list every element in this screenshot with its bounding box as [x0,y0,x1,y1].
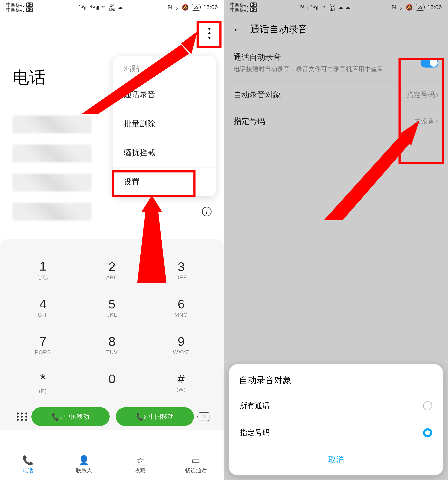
phone-icon: 📞 [135,412,144,421]
dial-key-star[interactable]: *(P) [8,364,77,401]
svg-marker-1 [81,45,189,114]
dial-key-1[interactable]: 1〇〇 [8,251,77,289]
wifi-icon: ᯤ [322,4,327,10]
dial-key-9[interactable]: 9WXYZ [147,326,216,364]
annotation-arrow-to-value [324,120,419,220]
tab-favorites[interactable]: ☆收藏 [112,449,168,480]
radio-checked-icon [423,428,432,438]
dial-key-5[interactable]: 5JKL [77,289,146,326]
setting-description: 电话接通时自动录音，录音文件可在录音机应用中查看 [234,65,416,73]
nfc-icon: ℕ [168,4,172,11]
info-icon[interactable]: i [202,207,211,216]
tab-meetime[interactable]: ▭畅连通话 [168,449,224,480]
call-log-row[interactable]: i [13,197,211,226]
back-button[interactable]: ← [232,23,243,35]
nfc-icon: ℕ [392,4,396,11]
contacts-icon: 👤 [78,455,90,466]
svg-marker-5 [324,134,410,220]
radio-unchecked-icon [423,401,432,410]
page-title: 通话自动录音 [250,23,308,36]
annotation-arrow-to-overflow [81,31,198,114]
signal-icon: 4Gıll [90,4,99,11]
dialpad-apps-icon[interactable] [17,412,28,421]
annotation-arrow-to-settings [125,195,179,282]
sim1-label: 中国移动 [64,412,89,421]
signal-icon: 4Gıll [310,4,319,11]
mute-icon: 🔕 [405,4,413,11]
sheet-option-all-calls[interactable]: 所有通话 [239,392,433,419]
wechat-icon: ☁ [346,4,350,10]
dial-key-hash[interactable]: #(W) [147,364,216,401]
bluetooth-icon: ᛒ [399,4,403,11]
record-target-bottom-sheet: 自动录音对象 所有通话 指定号码 取消 [229,364,443,475]
context-block-spam[interactable]: 骚扰拦截 [113,138,216,168]
dial-key-7[interactable]: 7PQRS [8,326,77,364]
star-icon: ☆ [136,455,144,466]
svg-marker-3 [137,210,166,282]
wechat-icon: ☁ [118,4,123,10]
mute-icon: 🔕 [181,4,189,11]
annotation-box-overflow [196,21,222,48]
video-icon: ▭ [192,455,200,466]
dial-key-8[interactable]: 8TUV [77,326,146,364]
phone-app-screen: 中国移动HD 中国移动HD 4Gıll 4Gıll ᯤ 24B/s ☁ ℕ ᛒ … [0,0,224,480]
tab-phone[interactable]: 📞电话 [0,449,56,480]
signal-icon: 4Gıll [299,4,308,11]
phone-icon: 📞 [22,455,34,466]
dialpad: 1〇〇 2ABC 3DEF 4GHI 5JKL 6MNO 7PQRS 8TUV … [0,239,224,430]
clock-text: 15:06 [203,4,218,11]
call-sim2-button[interactable]: 📞2 中国移动 [116,407,194,426]
sim2-label: 中国移动 [149,412,174,421]
bottom-nav: 📞电话 👤联系人 ☆收藏 ▭畅连通话 [0,449,224,480]
call-recording-settings-screen: 中国移动HD 中国移动HD 4Gıll 4Gıll ᯤ 53B/s ☁ ☁ ℕ … [224,0,448,480]
tab-contacts[interactable]: 👤联系人 [56,449,112,480]
status-bar-left: 中国移动HD 中国移动HD 4Gıll 4Gıll ᯤ 24B/s ☁ ℕ ᛒ … [0,0,224,14]
status-bar-right: 中国移动HD 中国移动HD 4Gıll 4Gıll ᯤ 53B/s ☁ ☁ ℕ … [224,0,448,14]
bluetooth-icon: ᛒ [175,4,179,11]
backspace-button[interactable]: ✕ [197,412,210,421]
wifi-icon: ᯤ [102,4,107,10]
phone-icon: 📞 [51,412,60,421]
sheet-cancel-button[interactable]: 取消 [239,446,433,467]
dial-key-6[interactable]: 6MNO [147,289,216,326]
sheet-option-specified[interactable]: 指定号码 [239,419,433,446]
hd-badge: HD [26,2,33,7]
dial-key-4[interactable]: 4GHI [8,289,77,326]
setting-label: 自动录音对象 [234,89,281,100]
dial-key-0[interactable]: 0+ [77,364,146,401]
svg-marker-2 [141,195,162,212]
clock-text: 15:06 [427,4,442,11]
battery-icon: 69 [416,4,424,11]
battery-icon: 69 [192,4,200,11]
sheet-title: 自动录音对象 [239,374,433,386]
call-sim1-button[interactable]: 📞1 中国移动 [31,407,110,426]
signal-icon: 4Gıll [78,4,87,11]
annotation-box-settings [112,170,195,198]
wechat-icon: ☁ [338,4,343,10]
setting-label: 通话自动录音 [234,52,416,63]
setting-label: 指定号码 [234,116,265,127]
